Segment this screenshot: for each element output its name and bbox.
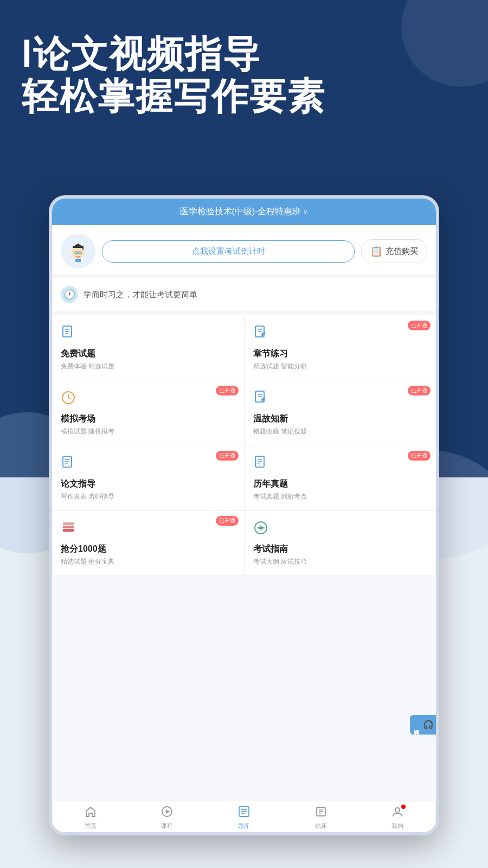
- clock-icon: 🕐: [61, 286, 78, 303]
- nav-icon-questions: [238, 806, 250, 820]
- grid-item-past-exams[interactable]: 已开通历年真题考试真题 剖析考点: [245, 445, 436, 510]
- icon-past-exams: [253, 455, 428, 474]
- nav-icon-course: [161, 806, 173, 820]
- subtitle-mock-exam: 模拟试题 随机模考: [61, 427, 235, 436]
- badge-grab-score: 已开通: [216, 516, 239, 526]
- nav-item-questions[interactable]: 题库: [206, 806, 282, 830]
- grid-item-essay-guide[interactable]: 已开通论文指导写作发表 名师指导: [52, 445, 244, 510]
- title-mock-exam: 模拟考场: [61, 413, 235, 425]
- svg-rect-4: [82, 247, 84, 250]
- header-line1: l论文视频指导: [22, 33, 466, 75]
- subtitle-review: 错题收藏 笔记搜题: [253, 427, 428, 436]
- grid-item-mock-exam[interactable]: 已开通模拟考场模拟试题 随机模考: [52, 380, 244, 445]
- top-bar[interactable]: 医学检验技术(中级)-全程特惠班 ∨: [52, 199, 436, 225]
- recharge-icon: 📋: [370, 245, 382, 257]
- title-past-exams: 历年真题: [253, 478, 428, 490]
- icon-exam-guide: [253, 520, 428, 539]
- bottom-nav: 首页 课程 题库 临床 我的: [52, 801, 436, 832]
- device-frame: 医学检验技术(中级)-全程特惠班 ∨: [49, 195, 439, 835]
- svg-marker-37: [166, 809, 170, 814]
- svg-rect-32: [63, 522, 74, 525]
- badge-chapter-practice: 已开通: [408, 321, 431, 330]
- nav-item-clinical[interactable]: 临床: [282, 806, 359, 830]
- nav-item-mine[interactable]: 我的: [359, 806, 436, 830]
- svg-rect-30: [63, 529, 74, 532]
- motto-text: 学而时习之，才能让考试更简单: [84, 290, 197, 300]
- top-bar-arrow: ∨: [303, 208, 308, 216]
- title-chapter-practice: 章节练习: [253, 348, 428, 360]
- top-bar-title: 医学检验技术(中级)-全程特惠班: [180, 206, 301, 218]
- motto-row: 🕐 学而时习之，才能让考试更简单: [52, 278, 436, 311]
- header-line2: 轻松掌握写作要素: [22, 75, 466, 117]
- title-essay-guide: 论文指导: [61, 478, 235, 490]
- subtitle-exam-guide: 考试大纲 应试技巧: [253, 557, 428, 566]
- nav-label-clinical: 临床: [315, 822, 327, 830]
- app-content: 医学检验技术(中级)-全程特惠班 ∨: [52, 199, 436, 832]
- nav-label-course: 课程: [161, 822, 173, 830]
- grid-item-free-questions[interactable]: 免费试题免费体验 精选试题: [52, 315, 244, 380]
- badge-review: 已开通: [408, 386, 431, 395]
- nav-label-mine: 我的: [391, 822, 403, 830]
- grid-container: 免费试题免费体验 精选试题已开通章节练习精选试题 智能分析已开通模拟考场模拟试题…: [52, 315, 436, 575]
- grid-item-review[interactable]: 已开通温故知新错题收藏 笔记搜题: [245, 380, 436, 445]
- nav-icon-clinical: [315, 806, 327, 820]
- icon-mock-exam: [61, 390, 235, 409]
- recharge-label: 充值购买: [386, 246, 418, 257]
- online-consult-button[interactable]: 🎧 在线咨询: [410, 715, 436, 735]
- recharge-button[interactable]: 📋 充值购买: [361, 239, 427, 263]
- nav-label-questions: 题库: [238, 822, 250, 830]
- title-grab-score: 抢分1000题: [61, 544, 235, 555]
- svg-line-18: [68, 398, 71, 399]
- grid-item-grab-score[interactable]: 已开通抢分1000题精选试题 抢分宝典: [52, 510, 244, 575]
- grid-item-exam-guide[interactable]: 考试指南考试大纲 应试技巧: [245, 510, 436, 575]
- nav-item-home[interactable]: 首页: [52, 806, 129, 830]
- icon-grab-score: [61, 520, 235, 539]
- headset-icon: 🎧: [423, 719, 433, 730]
- svg-marker-35: [256, 526, 265, 529]
- main-area: 点我设置考试倒计时 📋 充值购买 🕐 学而时习之，才能让考试更简单 免费试题免费…: [52, 225, 436, 801]
- nav-icon-mine: [391, 806, 403, 820]
- avatar-image: [65, 238, 91, 264]
- nav-item-course[interactable]: 课程: [129, 806, 206, 830]
- svg-point-46: [395, 808, 400, 812]
- icon-chapter-practice: [253, 325, 428, 344]
- avatar: [61, 234, 95, 269]
- icon-free-questions: [61, 325, 235, 344]
- icon-essay-guide: [61, 455, 235, 474]
- subtitle-free-questions: 免费体验 精选试题: [61, 362, 235, 371]
- badge-past-exams: 已开通: [408, 451, 431, 461]
- countdown-button[interactable]: 点我设置考试倒计时: [102, 240, 355, 263]
- badge-essay-guide: 已开通: [216, 451, 239, 461]
- subtitle-past-exams: 考试真题 剖析考点: [253, 492, 428, 501]
- title-free-questions: 免费试题: [61, 348, 235, 360]
- subtitle-grab-score: 精选试题 抢分宝典: [61, 557, 235, 566]
- title-exam-guide: 考试指南: [253, 544, 428, 555]
- subtitle-essay-guide: 写作发表 名师指导: [61, 492, 235, 501]
- svg-rect-31: [63, 526, 74, 528]
- title-review: 温故知新: [253, 413, 428, 425]
- badge-mock-exam: 已开通: [216, 386, 239, 395]
- nav-label-home: 首页: [85, 822, 97, 830]
- notification-dot: [401, 805, 406, 809]
- svg-rect-8: [75, 259, 81, 262]
- icon-review: [253, 390, 428, 409]
- nav-icon-home: [85, 806, 97, 820]
- subtitle-chapter-practice: 精选试题 智能分析: [253, 362, 428, 371]
- profile-row: 点我设置考试倒计时 📋 充值购买: [52, 225, 436, 274]
- header-section: l论文视频指导 轻松掌握写作要素: [22, 33, 466, 117]
- grid-item-chapter-practice[interactable]: 已开通章节练习精选试题 智能分析: [245, 315, 436, 380]
